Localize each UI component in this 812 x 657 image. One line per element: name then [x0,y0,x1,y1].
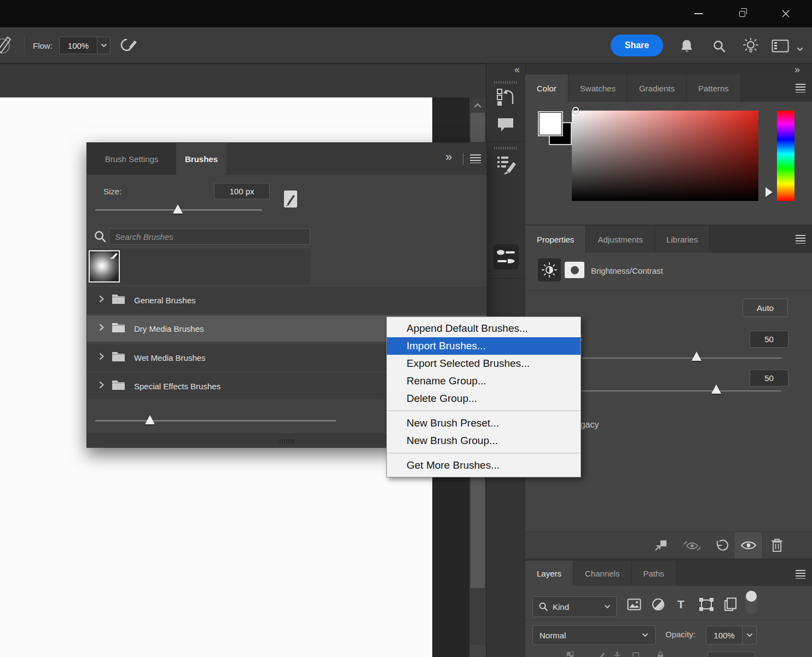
menu-item-new-brush-group[interactable]: New Brush Group... [387,432,581,449]
tab-color[interactable]: Color [525,74,569,102]
close-button[interactable] [764,0,808,27]
tab-channels[interactable]: Channels [573,561,631,586]
menu-item-import-brushes[interactable]: Import Brushes... [387,337,581,355]
menu-item-export-selected-brushes[interactable]: Export Selected Brushes... [387,355,581,372]
size-input[interactable]: 100 px [214,183,270,199]
hue-slider-pointer[interactable] [765,187,773,197]
delete-adjustment-button[interactable] [770,538,784,555]
color-panel-group: Color Swatches Gradients Patterns [525,74,812,224]
lock-all-icon[interactable] [657,652,664,657]
lock-position-icon[interactable] [613,652,621,657]
reset-button[interactable] [714,539,728,555]
stroke-smoothing-slider-thumb[interactable] [145,415,155,424]
color-picker-ring[interactable] [572,107,579,113]
tab-gradients[interactable]: Gradients [628,74,687,102]
panel-menu-icon[interactable] [796,570,805,579]
tab-brushes[interactable]: Brushes [176,143,227,175]
dock-grip[interactable] [494,81,518,84]
menu-item-rename-group[interactable]: Rename Group... [387,372,581,390]
filter-pixel-layers-button[interactable] [627,598,641,613]
tab-paths[interactable]: Paths [631,561,676,586]
brightness-value[interactable]: 50 [750,331,788,348]
tab-properties[interactable]: Properties [525,226,586,253]
chevron-right-icon[interactable] [99,324,104,333]
auto-button[interactable]: Auto [743,298,788,317]
filter-type-layers-button[interactable]: T [677,598,685,611]
panel-menu-icon[interactable] [796,235,805,244]
adjustment-header: Brightness/Contrast [525,253,812,290]
folder-icon [112,351,125,364]
contrast-slider-thumb[interactable] [711,384,721,394]
flow-dropdown-button[interactable] [97,37,111,54]
lock-transparency-icon[interactable] [566,652,574,657]
panel-menu-icon[interactable] [796,84,805,93]
filter-adjustment-layers-button[interactable] [652,598,665,613]
opacity-value[interactable]: 100% [706,626,743,644]
contrast-value[interactable]: 50 [750,370,788,387]
discover-button[interactable] [743,37,758,56]
chevron-right-icon[interactable] [99,381,104,391]
scroll-up-arrow-icon[interactable] [473,101,482,111]
saturation-brightness-field[interactable] [572,111,758,201]
history-panel-button[interactable] [496,88,516,109]
view-previous-state-button[interactable] [683,540,701,554]
chevron-right-icon[interactable] [99,295,104,305]
notifications-button[interactable] [680,38,694,56]
tab-swatches[interactable]: Swatches [569,74,628,102]
dock-grip[interactable] [494,147,518,149]
layer-mask-thumbnail[interactable] [565,262,584,278]
workspace-dropdown-button[interactable] [797,44,803,54]
chevron-right-icon[interactable] [99,353,104,362]
lock-artboard-icon[interactable] [632,652,640,657]
filter-shape-layers-button[interactable] [699,598,714,613]
expand-dock-button[interactable]: » [794,64,799,76]
menu-item-new-brush-preset[interactable]: New Brush Preset... [387,414,581,432]
brush-settings-panel-button[interactable] [496,154,517,177]
tab-adjustments[interactable]: Adjustments [586,226,655,253]
size-label: Size: [103,187,121,196]
workspace-switcher-button[interactable] [772,39,789,55]
fill-input[interactable] [707,652,755,657]
menu-item-append-default-brushes[interactable]: Append Default Brushes... [387,320,581,337]
size-slider-thumb[interactable] [173,204,183,214]
menu-item-get-more-brushes[interactable]: Get More Brushes... [387,457,581,474]
collapse-dock-button[interactable]: « [514,64,519,76]
panel-collapse-icon[interactable]: » [445,150,452,164]
tab-layers[interactable]: Layers [525,561,573,586]
foreground-color-swatch[interactable] [539,112,562,135]
tab-libraries[interactable]: Libraries [655,226,710,253]
hue-slider[interactable] [777,111,794,201]
search-button[interactable] [712,39,726,55]
flow-value[interactable]: 100% [59,37,97,54]
opacity-dropdown-button[interactable] [743,626,757,644]
brightness-contrast-icon-box [538,258,561,281]
search-brushes-input[interactable] [109,228,310,245]
filter-smart-objects-button[interactable] [724,597,737,614]
minimize-button[interactable] [676,0,720,27]
brush-group-general[interactable]: General Brushes [87,287,486,313]
menu-item-delete-group[interactable]: Delete Group... [387,390,581,407]
brush-tool-preset-icon[interactable] [0,34,13,57]
airbrush-toggle[interactable] [118,35,140,57]
share-button[interactable]: Share [611,34,663,56]
stroke-smoothing-slider[interactable] [95,420,336,422]
tab-brush-settings[interactable]: Brush Settings [87,143,176,175]
visibility-toggle-button[interactable] [735,532,762,558]
lock-pixels-icon[interactable] [598,652,606,657]
opacity-input[interactable]: 100% [706,626,757,644]
panel-menu-icon[interactable] [470,154,481,163]
soft-round-brush-thumbnail[interactable] [89,250,120,283]
blend-mode-dropdown[interactable]: Normal [532,625,656,645]
clip-to-layer-button[interactable] [654,539,668,554]
brightness-slider-thumb[interactable] [692,351,701,361]
filter-toggle-switch[interactable] [745,590,757,614]
layers-lock-row [525,648,812,657]
opacity-label: Opacity: [665,630,695,639]
brushes-panel-button[interactable] [494,244,519,269]
restore-button[interactable] [720,0,764,27]
comments-panel-button[interactable] [496,117,515,135]
brush-preview-toggle[interactable] [282,189,299,211]
kind-filter-dropdown[interactable]: Kind [532,596,617,617]
tab-patterns[interactable]: Patterns [687,74,741,102]
flow-input[interactable]: 100% [59,37,111,54]
